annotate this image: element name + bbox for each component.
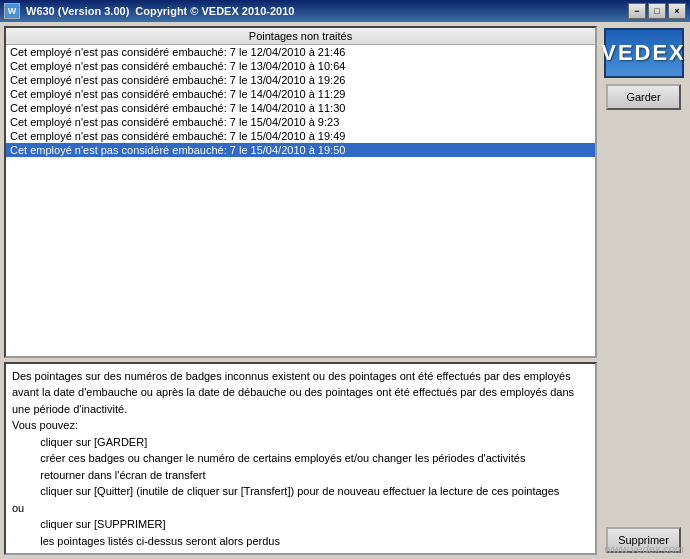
info-option4-desc-text: les pointages listés ci-dessus seront al… — [40, 535, 280, 547]
info-option1-prefix: cliquer sur [GARDER] — [12, 436, 147, 448]
info-paragraph2-label: Vous pouvez: — [12, 419, 78, 431]
info-option3-prefix-text: cliquer sur [Quitter] — [40, 485, 133, 497]
watermark: www.vedex.com — [605, 543, 684, 555]
garder-button[interactable]: Garder — [606, 84, 681, 110]
listbox-content[interactable]: Cet employé n'est pas considéré embauché… — [6, 45, 595, 356]
list-item[interactable]: Cet employé n'est pas considéré embauché… — [6, 73, 595, 87]
close-button[interactable]: × — [668, 3, 686, 19]
info-paragraph1: Des pointages sur des numéros de badges … — [12, 370, 574, 415]
info-option3-prefix: cliquer sur [Quitter] (inutile de clique… — [12, 485, 559, 497]
info-option1-desc: créer ces badges ou changer le numéro de… — [12, 452, 525, 464]
title-bar-left: W W630 (Version 3.00) Copyright © VEDEX … — [4, 3, 294, 19]
info-option1-prefix-text: cliquer sur [GARDER] — [40, 436, 147, 448]
main-container: Pointages non traités Cet employé n'est … — [0, 22, 690, 559]
list-item[interactable]: Cet employé n'est pas considéré embauché… — [6, 143, 595, 157]
maximize-button[interactable]: □ — [648, 3, 666, 19]
info-option4-desc: les pointages listés ci-dessus seront al… — [12, 535, 280, 547]
info-option1-desc-text: créer ces badges ou changer le numéro de… — [40, 452, 525, 464]
info-option4-prefix-text: cliquer sur [SUPPRIMER] — [40, 518, 165, 530]
list-item[interactable]: Cet employé n'est pas considéré embauché… — [6, 45, 595, 59]
app-icon: W — [4, 3, 20, 19]
left-panel: Pointages non traités Cet employé n'est … — [4, 26, 597, 555]
title-bar: W W630 (Version 3.00) Copyright © VEDEX … — [0, 0, 690, 22]
list-item[interactable]: Cet employé n'est pas considéré embauché… — [6, 115, 595, 129]
list-item[interactable]: Cet employé n'est pas considéré embauché… — [6, 59, 595, 73]
copyright-text: Copyright © VEDEX 2010-2010 — [135, 5, 294, 17]
right-panel: VEDEX Garder Supprimer — [601, 26, 686, 555]
list-item[interactable]: Cet employé n'est pas considéré embauché… — [6, 129, 595, 143]
info-option3-desc-text: (inutile de cliquer sur [Transfert]) pou… — [136, 485, 559, 497]
list-item[interactable]: Cet employé n'est pas considéré embauché… — [6, 87, 595, 101]
list-item[interactable]: Cet employé n'est pas considéré embauché… — [6, 101, 595, 115]
vedex-logo: VEDEX — [604, 28, 684, 78]
listbox-container: Pointages non traités Cet employé n'est … — [4, 26, 597, 358]
info-or-label: ou — [12, 502, 24, 514]
app-title: W630 (Version 3.00) — [26, 5, 129, 17]
title-bar-controls: − □ × — [628, 3, 686, 19]
info-box: Des pointages sur des numéros de badges … — [4, 362, 597, 556]
info-option4-prefix: cliquer sur [SUPPRIMER] — [12, 518, 166, 530]
minimize-button[interactable]: − — [628, 3, 646, 19]
info-option2-desc-text: retourner dans l'écran de transfert — [40, 469, 205, 481]
listbox-title: Pointages non traités — [6, 28, 595, 45]
info-option2-desc: retourner dans l'écran de transfert — [12, 469, 206, 481]
